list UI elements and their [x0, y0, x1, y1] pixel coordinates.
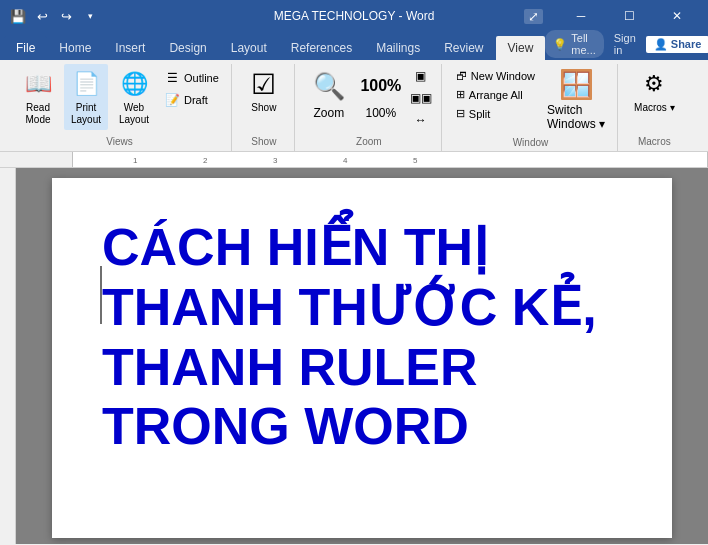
quick-access-toolbar: 💾 ↩ ↪ ▾ [8, 6, 100, 26]
zoom-group: 🔍 Zoom 100% 100% ▣ ▣▣ ↔ Zoom [297, 64, 442, 151]
zoom-group-label: Zoom [356, 136, 382, 147]
tab-design[interactable]: Design [157, 36, 218, 60]
web-layout-button[interactable]: 🌐 WebLayout [112, 64, 156, 130]
window-title: MEGA TECHNOLOGY - Word [274, 9, 435, 23]
macros-button[interactable]: ⚙ Macros ▾ [628, 64, 681, 118]
show-icon: ☑ [248, 68, 280, 100]
title-bar-left: 💾 ↩ ↪ ▾ [8, 6, 100, 26]
zoom-button[interactable]: 🔍 Zoom [305, 64, 353, 124]
tab-mailings[interactable]: Mailings [364, 36, 432, 60]
outline-icon: ☰ [164, 70, 180, 86]
new-window-icon: 🗗 [456, 70, 467, 82]
sign-in-button[interactable]: Sign in [608, 30, 642, 58]
minimize-button[interactable]: ─ [558, 0, 604, 32]
web-layout-icon: 🌐 [118, 68, 150, 100]
macros-icon: ⚙ [638, 68, 670, 100]
lightbulb-icon: 💡 [553, 38, 567, 51]
document-area: CÁCH HIỂN THỊ THANH THƯỚC KẺ, THANH RULE… [16, 168, 708, 544]
zoom-100-button[interactable]: 100% 100% [357, 64, 405, 124]
help-button[interactable]: ⤢ [510, 0, 556, 32]
page-width-button[interactable]: ↔ [409, 110, 433, 130]
draft-button[interactable]: 📝 Draft [160, 90, 223, 110]
macros-group-content: ⚙ Macros ▾ [628, 64, 681, 134]
window-controls: ⤢ ─ ☐ ✕ [510, 0, 700, 32]
tab-home[interactable]: Home [47, 36, 103, 60]
views-group-label: Views [106, 136, 133, 147]
view-small-buttons: ☰ Outline 📝 Draft [160, 64, 223, 110]
ribbon-right: 💡 Tell me... Sign in 👤 Share [545, 30, 708, 60]
tab-view[interactable]: View [496, 36, 546, 60]
save-button[interactable]: 💾 [8, 6, 28, 26]
window-group-label: Window [513, 137, 549, 148]
arrange-icon: ⊞ [456, 88, 465, 101]
ruler-corner [36, 152, 72, 167]
title-bar: 💾 ↩ ↪ ▾ MEGA TECHNOLOGY - Word ⤢ ─ ☐ ✕ [0, 0, 708, 32]
print-layout-icon: 📄 [70, 68, 102, 100]
switch-windows-button[interactable]: 🪟 SwitchWindows ▾ [543, 64, 609, 135]
page-width-icon: ↔ [413, 112, 429, 128]
two-pages-button[interactable]: ▣▣ [409, 88, 433, 108]
one-page-icon: ▣ [413, 68, 429, 84]
document-title: CÁCH HIỂN THỊ THANH THƯỚC KẺ, THANH RULE… [102, 218, 622, 457]
ribbon-tab-bar: File Home Insert Design Layout Reference… [0, 32, 708, 60]
tell-me-label: Tell me... [571, 32, 595, 56]
zoom-group-content: 🔍 Zoom 100% 100% ▣ ▣▣ ↔ [305, 64, 433, 134]
print-layout-button[interactable]: 📄 PrintLayout [64, 64, 108, 130]
tab-review[interactable]: Review [432, 36, 495, 60]
macros-group-label: Macros [638, 136, 671, 147]
split-button[interactable]: ⊟ Split [452, 105, 539, 122]
macros-group: ⚙ Macros ▾ Macros [620, 64, 689, 151]
show-group-label: Show [251, 136, 276, 147]
new-window-button[interactable]: 🗗 New Window [452, 68, 539, 84]
horizontal-ruler: 1 2 3 4 5 [0, 152, 708, 168]
undo-button[interactable]: ↩ [32, 6, 52, 26]
tab-insert[interactable]: Insert [103, 36, 157, 60]
share-button[interactable]: 👤 Share [646, 36, 708, 53]
outline-button[interactable]: ☰ Outline [160, 68, 223, 88]
zoom-icon: 🔍 [311, 68, 347, 104]
zoom-100-icon: 100% [363, 68, 399, 104]
window-items: 🗗 New Window ⊞ Arrange All ⊟ Split [452, 64, 539, 122]
tab-file[interactable]: File [4, 36, 47, 60]
restore-button[interactable]: ☐ [606, 0, 652, 32]
window-group-content: 🗗 New Window ⊞ Arrange All ⊟ Split 🪟 Swi… [452, 64, 609, 135]
tell-me-button[interactable]: 💡 Tell me... [545, 30, 603, 58]
redo-button[interactable]: ↪ [56, 6, 76, 26]
tab-references[interactable]: References [279, 36, 364, 60]
share-icon: 👤 [654, 38, 668, 51]
tab-layout[interactable]: Layout [219, 36, 279, 60]
zoom-small-group: ▣ ▣▣ ↔ [409, 64, 433, 130]
show-group-content: ☑ Show [242, 64, 286, 134]
show-button[interactable]: ☑ Show [242, 64, 286, 118]
views-group: 📖 ReadMode 📄 PrintLayout 🌐 WebLayout ☰ O… [8, 64, 232, 151]
read-mode-button[interactable]: 📖 ReadMode [16, 64, 60, 130]
quick-access-dropdown[interactable]: ▾ [80, 6, 100, 26]
read-mode-icon: 📖 [22, 68, 54, 100]
main-area: CÁCH HIỂN THỊ THANH THƯỚC KẺ, THANH RULE… [0, 168, 708, 544]
close-button[interactable]: ✕ [654, 0, 700, 32]
split-icon: ⊟ [456, 107, 465, 120]
cursor [100, 266, 102, 324]
draft-icon: 📝 [164, 92, 180, 108]
document-page: CÁCH HIỂN THỊ THANH THƯỚC KẺ, THANH RULE… [52, 178, 672, 538]
show-group: ☑ Show Show [234, 64, 295, 151]
share-label: Share [671, 38, 702, 50]
one-page-button[interactable]: ▣ [409, 66, 433, 86]
arrange-all-button[interactable]: ⊞ Arrange All [452, 86, 539, 103]
ruler-h-inner: 1 2 3 4 5 [72, 152, 708, 167]
switch-windows-icon: 🪟 [559, 68, 594, 101]
two-pages-icon: ▣▣ [413, 90, 429, 106]
vertical-ruler [0, 168, 16, 544]
window-group: 🗗 New Window ⊞ Arrange All ⊟ Split 🪟 Swi… [444, 64, 618, 151]
ribbon-content: 📖 ReadMode 📄 PrintLayout 🌐 WebLayout ☰ O… [0, 60, 708, 152]
views-group-content: 📖 ReadMode 📄 PrintLayout 🌐 WebLayout ☰ O… [16, 64, 223, 134]
